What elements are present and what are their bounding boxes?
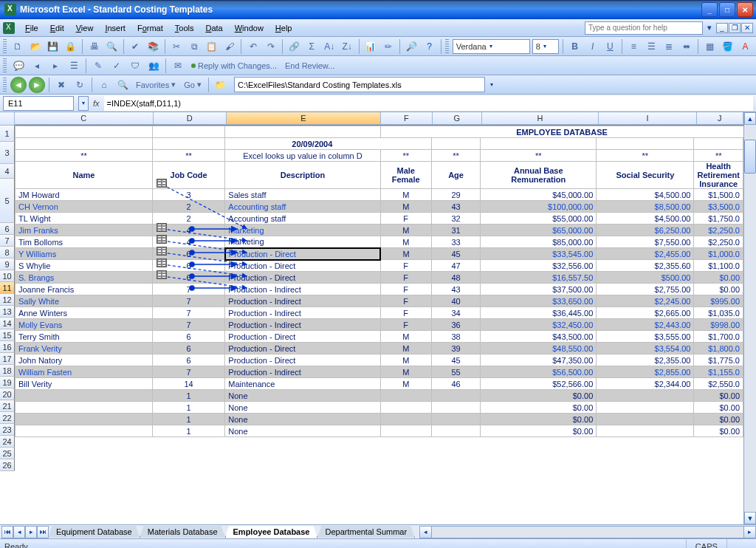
menu-window[interactable]: Window [229, 21, 269, 35]
menu-data[interactable]: Data [199, 21, 228, 35]
cell-mf[interactable]: F [380, 307, 431, 319]
cell-age[interactable]: 43 [431, 284, 481, 295]
web-back-button[interactable]: ◄ [10, 77, 27, 93]
cell-ss[interactable]: $4,500.00 [597, 189, 694, 201]
cell-base[interactable]: $43,500.00 [481, 331, 597, 343]
cell-base[interactable]: $45,000.00 [481, 189, 597, 201]
tab-nav-last[interactable]: ⏭ [37, 526, 49, 538]
menu-file[interactable]: File [19, 21, 44, 35]
cell-hi[interactable]: $2,250.0 [694, 236, 743, 248]
cell-code[interactable]: 6 [152, 355, 224, 366]
autosum-button[interactable]: Σ [304, 38, 320, 55]
research-button[interactable]: 📚 [145, 38, 161, 55]
cell-hi[interactable]: $2,550.0 [694, 378, 743, 390]
cell-mf[interactable]: F [380, 272, 431, 284]
col-header-j[interactable]: J [697, 112, 743, 125]
sheet-tab-materials[interactable]: Materials Database [140, 526, 226, 538]
help-button[interactable]: ? [422, 38, 437, 55]
cell-code[interactable]: 4 [152, 225, 224, 236]
cell-ss[interactable] [597, 390, 694, 402]
cell-name[interactable]: Frank Verity [16, 343, 153, 355]
cell-mf[interactable]: M [380, 378, 431, 390]
cell-base[interactable]: $47,350.00 [481, 355, 597, 366]
cell-ss[interactable]: $2,665.00 [597, 307, 694, 319]
cell-age[interactable] [431, 402, 481, 414]
cell-mf[interactable]: M [380, 225, 431, 236]
cell-base[interactable]: $65,000.00 [481, 225, 597, 236]
align-center-button[interactable]: ☰ [644, 38, 659, 55]
cell-age[interactable]: 33 [431, 236, 481, 248]
address-input[interactable]: C:\ExcelFiles\Standard Costing Templates… [234, 77, 485, 92]
cell-code[interactable]: 1 [152, 402, 224, 414]
workbook-icon[interactable] [3, 22, 15, 34]
cell-desc[interactable]: None [225, 390, 380, 402]
cell-name[interactable]: Molly Evans [16, 319, 153, 331]
align-right-button[interactable]: ≣ [662, 38, 677, 55]
web-forward-button[interactable]: ► [29, 77, 45, 93]
cell-hi[interactable]: $1,500.0 [694, 189, 743, 201]
cell-desc[interactable]: Production - Direct [225, 260, 380, 272]
dropdown-arrow-icon[interactable]: ▾ [487, 81, 496, 88]
cell-name[interactable]: Joanne Francis [16, 284, 153, 295]
cell-ss[interactable] [597, 402, 694, 414]
protect-button[interactable]: 🛡 [127, 58, 143, 74]
cell-age[interactable] [431, 414, 481, 425]
cell-ss[interactable]: $2,355.60 [597, 260, 694, 272]
row-header[interactable]: 25 [0, 448, 15, 459]
cell-mf[interactable] [380, 414, 431, 425]
cell-ss[interactable]: $2,755.00 [597, 284, 694, 295]
row-header[interactable]: 10 [0, 270, 15, 282]
spelling-button[interactable]: ✔ [128, 38, 143, 55]
cell-area[interactable]: EMPLOYEE DATABASE 20/09/2004 ** ** Excel… [15, 126, 743, 437]
window-close-button[interactable]: ✕ [737, 2, 753, 17]
row-header[interactable]: 16 [0, 341, 15, 353]
cell-desc[interactable]: Sales staff [225, 189, 380, 201]
cell-name[interactable] [16, 425, 153, 437]
tab-nav-first[interactable]: ⏮ [1, 526, 13, 538]
cell-desc[interactable]: Accounting staff [225, 213, 380, 225]
cell-desc[interactable]: Marketing [225, 225, 380, 236]
borders-button[interactable]: ▦ [702, 38, 718, 55]
select-all-button[interactable] [0, 112, 15, 126]
cell-code[interactable]: 6 [152, 331, 224, 343]
cell-ss[interactable]: $4,500.00 [597, 213, 694, 225]
cell-base[interactable]: $52,566.00 [481, 378, 597, 390]
col-header-f[interactable]: F [381, 112, 432, 125]
cell-name[interactable]: S Whylie [16, 260, 153, 272]
cell-code[interactable]: 7 [152, 319, 224, 331]
cell-hi[interactable]: $1,000.0 [694, 248, 743, 260]
paste-button[interactable]: 📋 [205, 38, 220, 55]
cell-ss[interactable]: $2,443.00 [597, 319, 694, 331]
cell-hi[interactable]: $2,250.0 [694, 225, 743, 236]
cell-mf[interactable]: M [380, 366, 431, 378]
cell-mf[interactable]: F [380, 319, 431, 331]
underline-button[interactable]: U [602, 38, 618, 55]
cell-hi[interactable]: $1,700.0 [694, 331, 743, 343]
row-header[interactable]: 4 [0, 164, 15, 179]
copy-button[interactable]: ⧉ [187, 38, 202, 55]
doc-close-button[interactable]: ✕ [741, 23, 753, 33]
cell-name[interactable] [16, 414, 153, 425]
cell-base[interactable]: $0.00 [481, 402, 597, 414]
cell-mf[interactable] [380, 390, 431, 402]
col-header-h[interactable]: H [482, 112, 599, 125]
undo-button[interactable]: ↶ [245, 38, 261, 55]
cell-hi[interactable]: $1,100.0 [694, 260, 743, 272]
row-header[interactable]: 13 [0, 306, 15, 318]
cell-name[interactable]: William Fasten [16, 366, 153, 378]
sheet-tab-departmental[interactable]: Departmental Summar [317, 526, 415, 538]
cell-hi[interactable]: $1,800.0 [694, 343, 743, 355]
cell-code[interactable]: 1 [152, 390, 224, 402]
cell-code[interactable]: 1 [152, 425, 224, 437]
row-header[interactable]: 7 [0, 235, 15, 247]
cell-name[interactable]: CH Vernon [16, 201, 153, 213]
cell-hi[interactable]: $3,500.0 [694, 201, 743, 213]
cell-desc[interactable]: Production - Indirect [225, 319, 380, 331]
cell-mf[interactable]: M [380, 331, 431, 343]
chart-wizard-button[interactable]: 📊 [363, 38, 379, 55]
cell-desc[interactable]: Production - Direct [225, 355, 380, 366]
cell-ss[interactable] [597, 414, 694, 425]
cell-ss[interactable]: $2,855.00 [597, 366, 694, 378]
cell-base[interactable]: $85,000.00 [481, 236, 597, 248]
print-button[interactable]: 🖶 [86, 38, 102, 55]
